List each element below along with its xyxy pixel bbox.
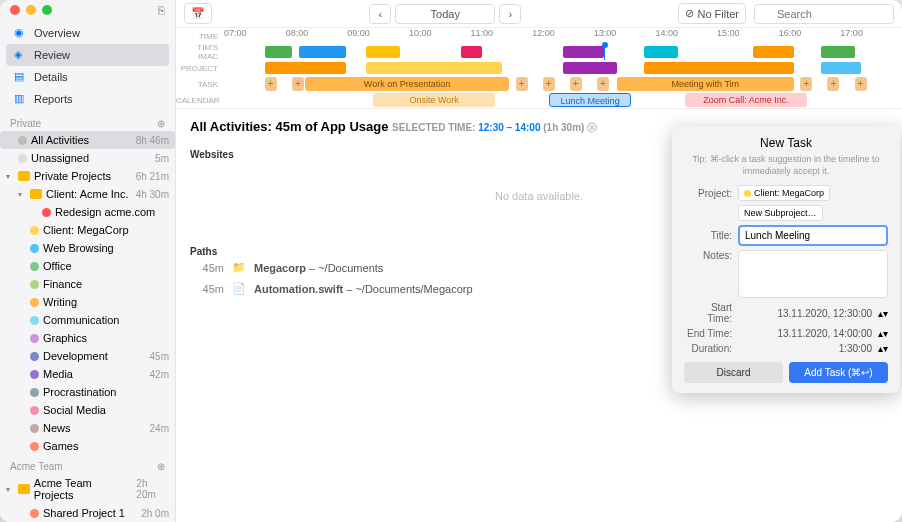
- add-task-handle[interactable]: +: [292, 77, 304, 91]
- sidebar-item-procrastination[interactable]: Procrastination: [0, 383, 175, 401]
- add-task-handle[interactable]: +: [597, 77, 609, 91]
- task-title-input[interactable]: [738, 225, 888, 246]
- app-block[interactable]: [563, 46, 604, 58]
- section-private: Private⊕: [0, 112, 175, 131]
- hour-label: 08:00: [286, 28, 309, 38]
- calendar-block-onsite[interactable]: Onsite Work: [373, 93, 495, 107]
- end-time-field[interactable]: 13.11.2020, 14:00:00: [738, 328, 872, 339]
- task-block-presentation[interactable]: Work on Presentation: [305, 77, 508, 91]
- color-dot-icon: [30, 298, 39, 307]
- nav-details[interactable]: ▤Details: [6, 66, 169, 88]
- tl-project-label: PROJECT: [176, 64, 224, 73]
- sidebar-item-media[interactable]: Media42m: [0, 365, 175, 383]
- stepper-icon[interactable]: ▴▾: [878, 308, 888, 319]
- tl-imac-label: TIM'S IMAC: [176, 43, 224, 61]
- app-block[interactable]: [299, 46, 346, 58]
- popup-title: New Task: [684, 136, 888, 150]
- sidebar-item-client-acme[interactable]: ▾Client: Acme Inc.4h 30m: [0, 185, 175, 203]
- sidebar-item-communication[interactable]: Communication: [0, 311, 175, 329]
- app-block[interactable]: [265, 46, 292, 58]
- sidebar-item-finance[interactable]: Finance: [0, 275, 175, 293]
- sidebar-item-private-projects[interactable]: ▾Private Projects6h 21m: [0, 167, 175, 185]
- add-task-handle[interactable]: +: [827, 77, 839, 91]
- color-dot-icon: [30, 388, 39, 397]
- sidebar-item-acme-team-projects[interactable]: ▾Acme Team Projects2h 20m: [0, 474, 175, 504]
- nav-overview[interactable]: ◉Overview: [6, 22, 169, 44]
- add-task-button[interactable]: Add Task (⌘↩): [789, 362, 888, 383]
- color-dot-icon: [30, 352, 39, 361]
- color-dot-icon: [30, 442, 39, 451]
- add-task-handle[interactable]: +: [543, 77, 555, 91]
- stepper-icon[interactable]: ▴▾: [878, 343, 888, 354]
- project-block[interactable]: [821, 62, 862, 74]
- app-block[interactable]: [366, 46, 400, 58]
- new-task-popup: New Task Tip: ⌘-click a task suggestion …: [672, 126, 900, 393]
- add-task-handle[interactable]: +: [265, 77, 277, 91]
- add-task-handle[interactable]: +: [570, 77, 582, 91]
- add-task-handle[interactable]: +: [516, 77, 528, 91]
- sidebar-item-shared-project-1[interactable]: Shared Project 12h 0m: [0, 504, 175, 522]
- next-button[interactable]: ›: [499, 4, 521, 24]
- hour-label: 09:00: [347, 28, 370, 38]
- sidebar-item-writing[interactable]: Writing: [0, 293, 175, 311]
- app-block[interactable]: [753, 46, 794, 58]
- hour-label: 11:00: [471, 28, 494, 38]
- new-subproject-button[interactable]: New Subproject…: [738, 205, 823, 221]
- task-block-meeting_tim[interactable]: Meeting with Tim: [617, 77, 793, 91]
- project-block[interactable]: [563, 62, 617, 74]
- close-icon[interactable]: [10, 5, 20, 15]
- minimize-icon[interactable]: [26, 5, 36, 15]
- folder-icon: [18, 171, 30, 181]
- add-task-handle[interactable]: +: [800, 77, 812, 91]
- notes-input[interactable]: [738, 250, 888, 298]
- sidebar-item-graphics[interactable]: Graphics: [0, 329, 175, 347]
- timeline: TIME07:0008:0009:0010:0011:0012:0013:001…: [176, 28, 902, 109]
- hour-label: 07:00: [224, 28, 247, 38]
- calendar-block-lunch[interactable]: Lunch Meeting: [549, 93, 630, 107]
- main: 📅 ‹ Today › ⊘ No Filter TIME07:0008:0009…: [176, 0, 902, 522]
- add-icon[interactable]: ⊕: [157, 118, 165, 129]
- project-block[interactable]: [366, 62, 502, 74]
- sidebar-item-unassigned[interactable]: Unassigned5m: [0, 149, 175, 167]
- add-task-handle[interactable]: +: [855, 77, 867, 91]
- sidebar-item-games[interactable]: Games: [0, 437, 175, 455]
- color-dot-icon: [18, 136, 27, 145]
- folder-icon: 📁: [232, 261, 246, 274]
- sidebar-item-office[interactable]: Office: [0, 257, 175, 275]
- filter-button[interactable]: ⊘ No Filter: [678, 3, 746, 24]
- app-block[interactable]: [461, 46, 481, 58]
- search-input[interactable]: [754, 4, 894, 24]
- section-acme-team: Acme Team⊕: [0, 455, 175, 474]
- color-dot-icon: [30, 334, 39, 343]
- project-block[interactable]: [644, 62, 793, 74]
- stepper-icon[interactable]: ▴▾: [878, 328, 888, 339]
- start-time-field[interactable]: 13.11.2020, 12:30:00: [738, 308, 872, 319]
- color-dot-icon: [30, 226, 39, 235]
- discard-button[interactable]: Discard: [684, 362, 783, 383]
- calendar-button[interactable]: 📅: [184, 3, 212, 24]
- tl-task-label: TASK: [176, 80, 224, 89]
- sidebar-item-all-activities[interactable]: All Activities8h 46m: [0, 131, 175, 149]
- zoom-icon[interactable]: [42, 5, 52, 15]
- duration-field[interactable]: 1:30:00: [738, 343, 872, 354]
- tl-time-label: TIME: [176, 32, 224, 41]
- sidebar-item-client-megacorp[interactable]: Client: MegaCorp: [0, 221, 175, 239]
- sidebar-item-web-browsing[interactable]: Web Browsing: [0, 239, 175, 257]
- calendar-block-zoom[interactable]: Zoom Call: Acme Inc.: [685, 93, 807, 107]
- project-block[interactable]: [265, 62, 346, 74]
- prev-button[interactable]: ‹: [369, 4, 391, 24]
- sidebar-item-social-media[interactable]: Social Media: [0, 401, 175, 419]
- color-dot-icon: [30, 406, 39, 415]
- today-button[interactable]: Today: [395, 4, 495, 24]
- project-chip[interactable]: Client: MegaCorp: [738, 185, 830, 201]
- nav-review[interactable]: ◈Review: [6, 44, 169, 66]
- app-block[interactable]: [644, 46, 678, 58]
- nav-reports[interactable]: ▥Reports: [6, 88, 169, 110]
- app-block[interactable]: [821, 46, 855, 58]
- sidebar-toggle-icon[interactable]: ⎘: [158, 4, 165, 16]
- clear-selection-icon[interactable]: ⓧ: [587, 122, 597, 133]
- add-icon[interactable]: ⊕: [157, 461, 165, 472]
- sidebar-item-redesign-acme[interactable]: Redesign acme.com: [0, 203, 175, 221]
- sidebar-item-news[interactable]: News24m: [0, 419, 175, 437]
- sidebar-item-development[interactable]: Development45m: [0, 347, 175, 365]
